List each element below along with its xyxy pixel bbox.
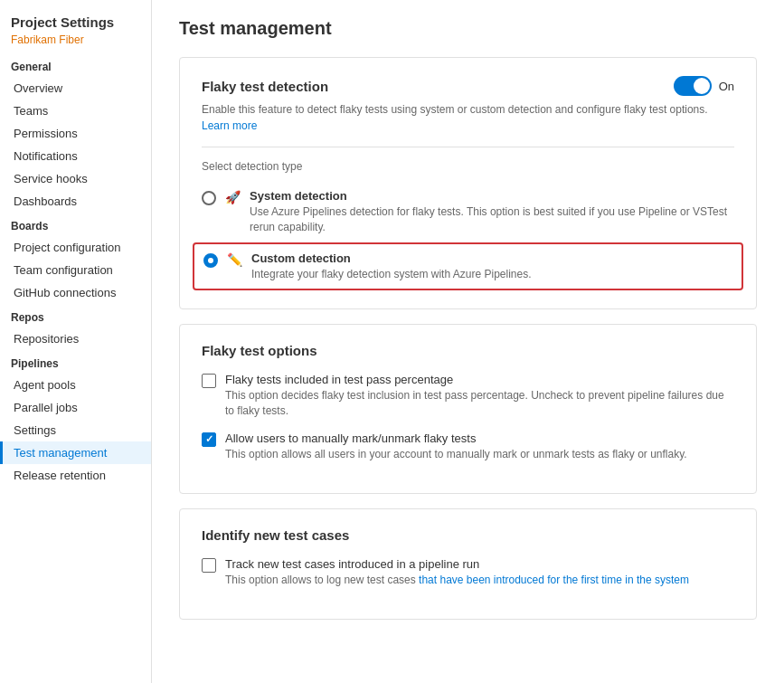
flaky-detection-toggle[interactable]: [674, 76, 712, 96]
toggle-label: On: [719, 80, 734, 93]
main-content: Test management Flaky test detection On …: [152, 0, 784, 683]
pass-percentage-checkbox[interactable]: [202, 374, 216, 388]
sidebar-section-boards: Boards: [0, 213, 151, 236]
pass-percentage-desc: This option decides flaky test inclusion…: [225, 388, 734, 419]
identify-test-cases-card: Identify new test cases Track new test c…: [179, 508, 757, 620]
toggle-wrapper: On: [674, 76, 734, 96]
flaky-detection-desc: Enable this feature to detect flaky test…: [202, 101, 734, 134]
track-new-desc: This option allows to log new test cases…: [225, 573, 734, 588]
sidebar-item-project-configuration[interactable]: Project configuration: [0, 236, 151, 259]
custom-detection-desc: Integrate your flaky detection system wi…: [251, 267, 732, 282]
sidebar-item-notifications[interactable]: Notifications: [0, 145, 151, 167]
flaky-detection-desc-text: Enable this feature to detect flaky test…: [202, 103, 708, 116]
flaky-test-options-title: Flaky test options: [202, 343, 734, 358]
system-detection-content: System detection Use Azure Pipelines det…: [250, 189, 734, 235]
sidebar-title: Project Settings: [0, 9, 151, 33]
manually-mark-option: Allow users to manually mark/unmark flak…: [202, 432, 734, 462]
custom-detection-icon: ✏️: [227, 252, 242, 267]
learn-more-link[interactable]: Learn more: [202, 119, 257, 132]
manually-mark-checkbox[interactable]: [202, 432, 216, 447]
track-new-option: Track new test cases introduced in a pip…: [202, 557, 734, 588]
identify-test-cases-title: Identify new test cases: [202, 527, 734, 543]
manually-mark-desc: This option allows all users in your acc…: [225, 447, 734, 462]
system-detection-desc: Use Azure Pipelines detection for flaky …: [250, 204, 734, 235]
sidebar-subtitle[interactable]: Fabrikam Fiber: [0, 33, 151, 53]
sidebar-item-test-management[interactable]: Test management: [0, 441, 151, 464]
custom-detection-option: ✏️ Custom detection Integrate your flaky…: [193, 242, 743, 291]
sidebar-item-parallel-jobs[interactable]: Parallel jobs: [0, 396, 151, 419]
custom-detection-content: Custom detection Integrate your flaky de…: [251, 251, 732, 282]
sidebar-item-teams[interactable]: Teams: [0, 100, 151, 122]
manually-mark-content: Allow users to manually mark/unmark flak…: [225, 432, 734, 462]
sidebar-item-overview[interactable]: Overview: [0, 77, 151, 100]
detection-type-label: Select detection type: [202, 160, 734, 173]
flaky-detection-title: Flaky test detection: [202, 79, 328, 94]
pass-percentage-title: Flaky tests included in test pass percen…: [225, 373, 734, 386]
track-new-checkbox[interactable]: [202, 558, 216, 573]
manually-mark-title: Allow users to manually mark/unmark flak…: [225, 432, 734, 445]
system-detection-title: System detection: [250, 189, 734, 203]
sidebar-item-team-configuration[interactable]: Team configuration: [0, 259, 151, 281]
page-title: Test management: [179, 18, 757, 39]
track-new-link[interactable]: that have been introduced for the first …: [419, 574, 689, 586]
flaky-detection-header: Flaky test detection On: [202, 76, 734, 96]
pass-percentage-content: Flaky tests included in test pass percen…: [225, 373, 734, 419]
sidebar-section-general: General: [0, 53, 151, 77]
system-detection-radio[interactable]: [202, 191, 216, 205]
sidebar-item-repositories[interactable]: Repositories: [0, 327, 151, 350]
sidebar-item-service-hooks[interactable]: Service hooks: [0, 167, 151, 190]
sidebar-item-agent-pools[interactable]: Agent pools: [0, 374, 151, 396]
flaky-test-options-card: Flaky test options Flaky tests included …: [179, 324, 757, 493]
system-detection-icon: 🚀: [225, 190, 241, 204]
flaky-detection-card: Flaky test detection On Enable this feat…: [179, 57, 757, 309]
sidebar-section-pipelines: Pipelines: [0, 350, 151, 374]
toggle-knob: [694, 78, 710, 94]
custom-detection-radio[interactable]: [203, 253, 218, 268]
pass-percentage-option: Flaky tests included in test pass percen…: [202, 373, 734, 419]
sidebar: Project Settings Fabrikam Fiber General …: [0, 0, 152, 683]
custom-detection-title: Custom detection: [251, 251, 732, 265]
sidebar-section-repos: Repos: [0, 304, 151, 327]
sidebar-item-release-retention[interactable]: Release retention: [0, 464, 151, 487]
sidebar-item-settings[interactable]: Settings: [0, 419, 151, 441]
track-new-title: Track new test cases introduced in a pip…: [225, 557, 734, 571]
sidebar-item-github-connections[interactable]: GitHub connections: [0, 281, 151, 304]
track-new-content: Track new test cases introduced in a pip…: [225, 557, 734, 588]
sidebar-item-permissions[interactable]: Permissions: [0, 122, 151, 145]
system-detection-option: 🚀 System detection Use Azure Pipelines d…: [202, 182, 734, 242]
divider: [202, 147, 734, 147]
sidebar-item-dashboards[interactable]: Dashboards: [0, 190, 151, 213]
